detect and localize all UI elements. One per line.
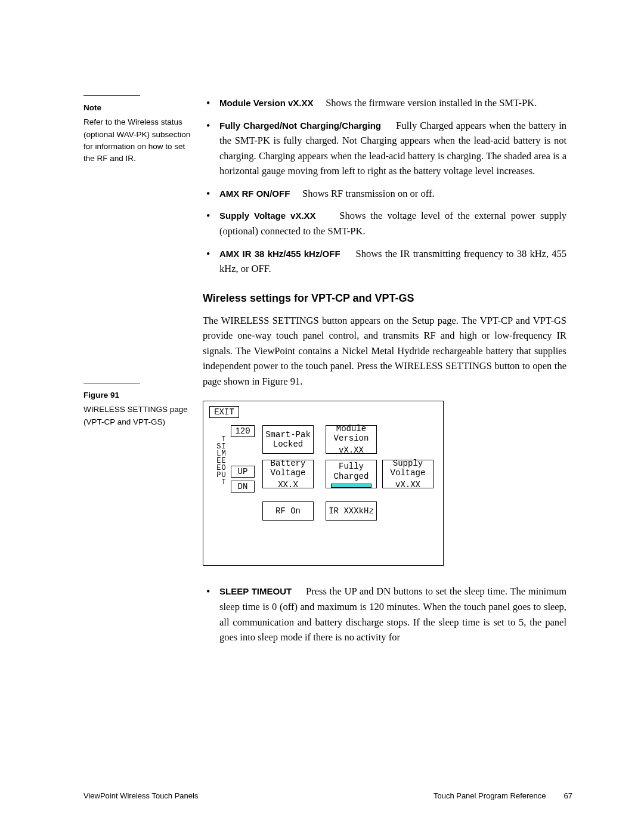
figure-caption-heading: Figure 91: [83, 389, 191, 401]
timeout-value: 120: [231, 425, 255, 437]
footer-left: ViewPoint Wireless Touch Panels: [83, 791, 198, 800]
rf-on-box[interactable]: RF On: [262, 501, 314, 521]
sleep-timeout-vlabel: T SI LM EE EO PU T: [212, 436, 226, 486]
sidebar-figure-caption: Figure 91 WIRELESS SETTINGS page (VPT-CP…: [83, 383, 191, 428]
bullet-term: Module Version vX.XX: [219, 98, 314, 108]
footer-right: Touch Panel Program Reference: [434, 791, 546, 800]
note-text: Refer to the Wireless status (optional W…: [83, 116, 191, 165]
fully-charged-box: Fully Charged: [326, 460, 377, 488]
smartpak-box: Smart-Pak Locked: [262, 425, 314, 454]
sidebar-note: Note Refer to the Wireless status (optio…: [83, 95, 191, 165]
bullet-item: Module Version vX.XX Shows the firmware …: [219, 95, 566, 111]
bullet-list-bottom: SLEEP TIMEOUT Press the UP and DN button…: [203, 584, 566, 645]
bullet-term: Fully Charged/Not Charging/Charging: [219, 120, 381, 131]
figure-caption-text: WIRELESS SETTINGS page (VPT-CP and VPT-G…: [83, 404, 191, 428]
exit-button[interactable]: EXIT: [209, 406, 239, 418]
up-button[interactable]: UP: [231, 466, 255, 478]
bullet-item: SLEEP TIMEOUT Press the UP and DN button…: [219, 584, 566, 645]
page-footer: ViewPoint Wireless Touch Panels Touch Pa…: [83, 791, 572, 800]
bullet-term: AMX RF ON/OFF: [219, 188, 290, 199]
section-heading: Wireless settings for VPT-CP and VPT-GS: [203, 292, 566, 305]
module-version-box: Module Version vX.XX: [326, 425, 377, 454]
section-paragraph: The WIRELESS SETTINGS button appears on …: [203, 313, 566, 389]
bullet-item: AMX IR 38 kHz/455 kHz/OFF Shows the IR t…: [219, 246, 566, 277]
dn-button[interactable]: DN: [231, 481, 255, 493]
supply-voltage-box: Supply Voltage vX.XX: [382, 460, 434, 488]
bullet-term: SLEEP TIMEOUT: [219, 586, 292, 596]
bullet-desc: Shows RF transmission on or off.: [302, 188, 435, 199]
footer-page-number: 67: [564, 791, 572, 800]
bullet-item: Supply Voltage vX.XX Shows the voltage l…: [219, 208, 566, 239]
bullet-desc: Shows the firmware version installed in …: [326, 97, 537, 109]
bullet-term: Supply Voltage vX.XX: [219, 210, 316, 221]
bullet-list-top: Module Version vX.XX Shows the firmware …: [203, 95, 566, 277]
figure-wireless-settings: EXIT T SI LM EE EO PU T 120 UP DN Smart-…: [203, 401, 444, 566]
ir-khz-box[interactable]: IR XXXkHz: [326, 501, 377, 521]
charge-gauge: [331, 484, 371, 488]
bullet-term: AMX IR 38 kHz/455 kHz/OFF: [219, 249, 340, 259]
battery-voltage-box: Battery Voltage XX.X: [262, 460, 314, 488]
note-heading: Note: [83, 102, 191, 114]
bullet-item: AMX RF ON/OFF Shows RF transmission on o…: [219, 186, 566, 202]
bullet-item: Fully Charged/Not Charging/Charging Full…: [219, 118, 566, 179]
